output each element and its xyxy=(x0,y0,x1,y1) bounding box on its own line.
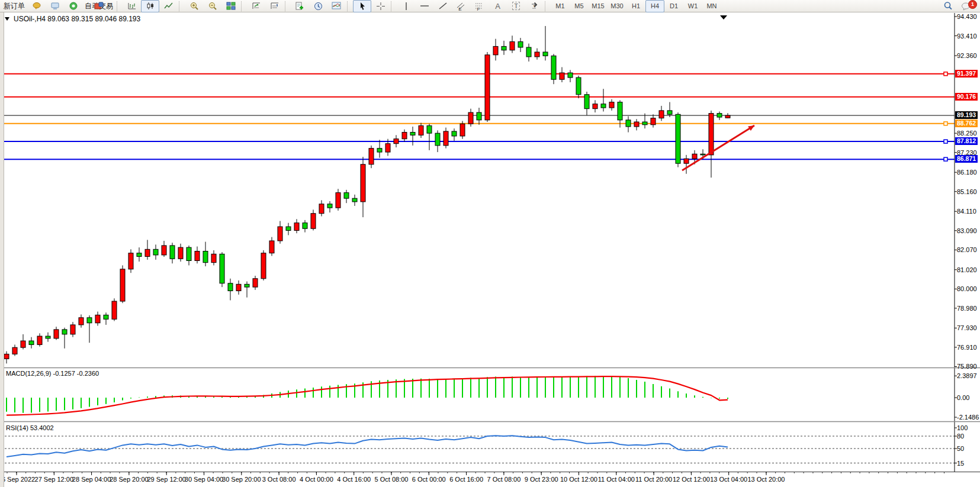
time-tick-label: 26 Sep 2022 xyxy=(0,476,35,483)
timeframe-button-m5[interactable]: M5 xyxy=(570,0,589,12)
publisher-button[interactable] xyxy=(46,0,64,12)
price-tick-label: 76.910 xyxy=(957,344,977,351)
horizontal-line-button[interactable] xyxy=(415,0,433,12)
add-indicator-button[interactable]: ▼ xyxy=(291,0,309,12)
price-tick-label: 81.020 xyxy=(957,266,977,273)
time-tick-label: 6 Oct 16:00 xyxy=(449,476,483,483)
ticket-icon-button[interactable] xyxy=(27,0,46,12)
rsi-tick-label: 50 xyxy=(957,445,964,452)
tile-windows-button[interactable] xyxy=(221,0,240,12)
price-tick-label: 85.160 xyxy=(957,188,977,195)
notification-badge: 1 xyxy=(968,0,977,9)
signal-button[interactable] xyxy=(64,0,82,12)
text-tool-icon: A xyxy=(495,2,500,11)
price-tick-label: 86.180 xyxy=(957,169,977,176)
fibonacci-button[interactable]: F xyxy=(470,0,489,12)
cursor-button[interactable] xyxy=(353,0,371,12)
text-label-button[interactable]: T xyxy=(507,0,525,12)
template-button[interactable]: ▼ xyxy=(327,0,346,12)
indicator-window-button[interactable] xyxy=(247,0,265,12)
time-tick-label: 30 Sep 04:00 xyxy=(185,476,223,483)
text-label-icon: T xyxy=(512,2,520,10)
auto-trading-button[interactable]: 自动交易 xyxy=(82,0,115,12)
text-button[interactable]: A xyxy=(489,0,507,12)
timeframe-button-w1[interactable]: W1 xyxy=(683,0,702,12)
trendline-icon xyxy=(438,2,448,10)
price-tick-label: 83.090 xyxy=(957,227,977,234)
chart-title-bar[interactable]: USOil-,H4 89.063 89.315 89.046 89.193 xyxy=(5,14,140,23)
time-tick-label: 27 Sep 12:00 xyxy=(35,476,73,483)
zoom-in-icon xyxy=(189,2,199,11)
candlestick-chart-button[interactable] xyxy=(141,0,159,12)
tile-windows-icon xyxy=(226,2,236,10)
indicator-window-icon xyxy=(252,2,261,10)
arrows-tool-button[interactable]: ▼ xyxy=(525,0,544,12)
zoom-in-button[interactable] xyxy=(185,0,203,12)
auto-trading-icon xyxy=(94,2,104,10)
toolbar-separator xyxy=(391,1,396,11)
line-chart-icon xyxy=(164,2,173,10)
price-line-label[interactable]: 87.812 xyxy=(955,137,978,145)
time-tick-label: 4 Oct 00:00 xyxy=(300,476,333,483)
price-line-label[interactable]: 91.397 xyxy=(955,70,978,78)
crosshair-button[interactable] xyxy=(371,0,390,12)
arrows-icon xyxy=(530,2,539,10)
vertical-line-icon xyxy=(403,2,410,11)
price-line-label[interactable]: 90.176 xyxy=(955,93,978,101)
timeframe-button-m1[interactable]: M1 xyxy=(551,0,570,12)
timeframe-button-mn[interactable]: MN xyxy=(702,0,721,12)
toolbar-separator xyxy=(179,1,184,11)
macd-panel[interactable] xyxy=(4,368,955,421)
price-line-label[interactable]: 89.193 xyxy=(955,111,978,119)
bar-chart-button[interactable] xyxy=(123,0,141,12)
toolbar-separator xyxy=(241,1,246,11)
time-tick-label: 7 Oct 08:00 xyxy=(487,476,520,483)
equidistant-channel-button[interactable]: E xyxy=(452,0,470,12)
notifications-button[interactable]: 1 xyxy=(957,0,975,12)
period-button[interactable]: ▼ xyxy=(309,0,327,12)
timeframe-button-h1[interactable]: H1 xyxy=(626,0,645,12)
time-tick-label: 5 Oct 08:00 xyxy=(375,476,409,483)
window-left-border xyxy=(0,12,4,487)
mt4-application: 新订单 自动交易 xyxy=(0,0,980,487)
new-order-button[interactable]: 新订单 xyxy=(1,0,27,12)
candlestick-chart-icon xyxy=(146,2,155,10)
channel-icon xyxy=(456,2,466,11)
time-tick-label: 13 Oct 20:00 xyxy=(748,476,785,483)
price-tick-label: 94.430 xyxy=(957,13,977,20)
timeframe-button-h4[interactable]: H4 xyxy=(645,0,664,12)
rsi-indicator-label: RSI(14) 53.4002 xyxy=(6,424,54,431)
trendline-button[interactable] xyxy=(433,0,452,12)
search-button[interactable] xyxy=(939,0,957,12)
new-order-label: 新订单 xyxy=(4,1,25,11)
chart-shift-marker xyxy=(720,15,727,20)
indicator-list-button[interactable] xyxy=(265,0,284,12)
toolbar-separator xyxy=(285,1,290,11)
crosshair-icon xyxy=(376,2,385,11)
time-tick-label: 11 Oct 20:00 xyxy=(635,476,672,483)
chart-menu-triangle-icon[interactable] xyxy=(5,17,9,21)
macd-indicator-label: MACD(12,26,9) -0.1257 -0.2360 xyxy=(6,370,99,377)
time-tick-label: 28 Sep 04:00 xyxy=(72,476,111,483)
timeframe-button-d1[interactable]: D1 xyxy=(664,0,683,12)
zoom-out-button[interactable] xyxy=(203,0,221,12)
time-tick-label: 12 Oct 12:00 xyxy=(673,476,710,483)
timeframe-button-m30[interactable]: M30 xyxy=(608,0,626,12)
time-tick-label: 11 Oct 04:00 xyxy=(598,476,635,483)
price-tick-label: 78.980 xyxy=(957,305,977,312)
price-tick-label: 80.000 xyxy=(957,285,977,292)
rsi-line xyxy=(7,436,728,457)
price-line-label[interactable]: 88.762 xyxy=(955,120,978,127)
indicator-list-icon xyxy=(270,2,279,10)
timeframe-button-m15[interactable]: M15 xyxy=(589,0,608,12)
line-chart-button[interactable] xyxy=(159,0,178,12)
main-chart-plot[interactable] xyxy=(4,13,955,368)
toolbar-separator xyxy=(545,1,550,11)
vertical-line-button[interactable] xyxy=(397,0,415,12)
search-icon xyxy=(943,1,953,11)
time-tick-label: 29 Sep 12:00 xyxy=(147,476,185,483)
zoom-out-icon xyxy=(208,2,217,11)
rsi-panel[interactable] xyxy=(4,422,955,472)
signal-icon xyxy=(69,2,78,10)
price-line-label[interactable]: 86.871 xyxy=(955,155,978,163)
